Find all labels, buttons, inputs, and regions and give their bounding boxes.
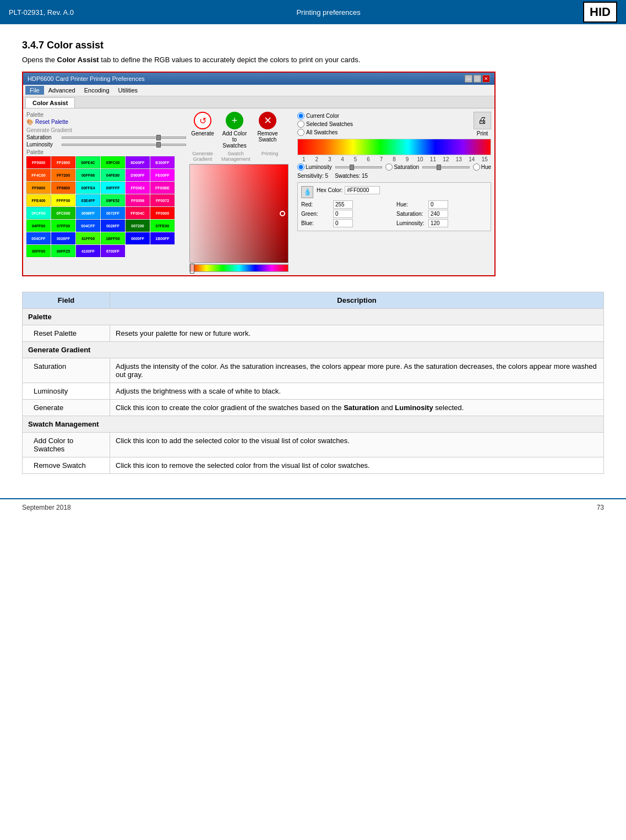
saturation-mode-radio[interactable]: Saturation [385, 163, 419, 171]
swatch-cell[interactable]: 0FC000 [51, 207, 75, 219]
selected-swatches-radio[interactable]: Selected Swatches [297, 121, 353, 128]
dialog-controls[interactable]: — □ ✕ [465, 75, 490, 83]
swatch-cell[interactable]: FF7200 [51, 169, 75, 181]
tab-color-assist[interactable]: Color Assist [25, 97, 75, 108]
hue-mode-input[interactable] [473, 163, 480, 171]
menu-advanced[interactable]: Advanced [44, 86, 80, 95]
swatch-cell[interactable]: 1B00FF [150, 232, 175, 244]
swatch-cell[interactable]: B300FF [150, 156, 175, 168]
swatch-cell[interactable]: FF6800 [51, 182, 75, 194]
swatch-cell[interactable]: D900FF [126, 169, 150, 181]
print-button[interactable]: 🖨 Print [473, 112, 491, 137]
menu-encoding[interactable]: Encoding [80, 86, 114, 95]
lum-slider[interactable] [335, 166, 383, 168]
hid-logo: HID [583, 2, 617, 23]
red-input[interactable] [333, 200, 353, 209]
all-swatches-input[interactable] [297, 129, 304, 136]
swatch-cell[interactable]: 00FF86 [76, 169, 100, 181]
swatch-cell[interactable]: 03E4FF [76, 194, 100, 206]
swatch-cell[interactable]: 00FE4C [76, 156, 100, 168]
swatch-cell[interactable]: 0098FF [76, 207, 100, 219]
swatch-cell[interactable]: FF0072 [150, 194, 175, 206]
swatch-cell[interactable]: 00FFE4 [76, 182, 100, 194]
swatch-cell[interactable]: 41FF00 [76, 232, 100, 244]
swatch-cell[interactable]: FF004C [126, 207, 150, 219]
swatch-cell[interactable]: 00FF00 [26, 245, 51, 257]
swatch-cell[interactable]: 8D00FF [126, 156, 150, 168]
swatch-cell[interactable]: 0FCF00 [26, 207, 51, 219]
swatch-cell[interactable]: FF00BE [150, 182, 175, 194]
selected-swatches-input[interactable] [297, 121, 304, 128]
swatch-cell[interactable]: 0026FF [101, 220, 125, 232]
swatch-cell[interactable]: FFFF00 [51, 194, 75, 206]
green-input[interactable] [333, 210, 353, 218]
swatch-cell[interactable]: FE00FF [150, 169, 175, 181]
swatch-cell[interactable]: FF2600 [51, 156, 75, 168]
luminosity-slider[interactable] [62, 144, 186, 146]
swatch-cell[interactable]: 07FF00 [51, 220, 75, 232]
swatch-cell[interactable]: 1BFF00 [101, 232, 125, 244]
saturation-val-input[interactable] [428, 210, 448, 218]
generate-button[interactable]: ↺ Generate [189, 112, 216, 137]
hex-input[interactable] [345, 186, 380, 194]
saturation-row: Saturation [26, 134, 186, 140]
hue-bar[interactable] [189, 264, 288, 272]
swatch-cell[interactable]: FF4C00 [26, 169, 51, 181]
swatch-cell[interactable]: 05FC00 [101, 156, 125, 168]
hue-mode-radio[interactable]: Hue [473, 163, 491, 171]
saturation-mode-input[interactable] [385, 163, 393, 171]
eyedropper-icon[interactable]: 💧 [301, 186, 313, 198]
swatch-number: 14 [465, 156, 478, 162]
menu-utilities[interactable]: Utilities [114, 86, 142, 95]
current-color-radio[interactable]: Current Color [297, 112, 353, 119]
maximize-button[interactable]: □ [473, 75, 481, 83]
swatch-cell[interactable]: 007200 [126, 220, 150, 232]
table-row: SaturationAdjusts the intensity of the c… [23, 358, 604, 383]
swatch-cell[interactable]: 6700FF [101, 245, 125, 257]
swatch-cell[interactable]: 004CFF [76, 220, 100, 232]
swatch-cell[interactable]: 00FFFF [101, 182, 125, 194]
swatch-cell[interactable]: 04FE80 [101, 169, 125, 181]
reset-label: Reset Palette [35, 119, 68, 125]
swatch-cell[interactable]: FF0098 [126, 194, 150, 206]
swatch-cell[interactable]: 0026FF [51, 232, 75, 244]
swatch-number: 9 [401, 156, 413, 162]
minimize-button[interactable]: — [465, 75, 472, 83]
hue-input[interactable] [428, 200, 448, 209]
print-icon: 🖨 [473, 112, 491, 129]
reset-palette-button[interactable]: 🎨 Reset Palette [26, 119, 186, 125]
swatch-cell[interactable]: FFE400 [26, 194, 51, 206]
swatch-number: 15 [478, 156, 491, 162]
blue-input[interactable] [333, 219, 353, 227]
swatch-cell[interactable]: 04FF00 [26, 220, 51, 232]
swatch-cell[interactable]: 0072FF [101, 207, 125, 219]
gradient-cursor[interactable] [280, 211, 285, 216]
swatch-number: 10 [413, 156, 426, 162]
all-swatches-radio[interactable]: All Swatches [297, 129, 353, 136]
menu-file[interactable]: File [25, 86, 44, 95]
swatch-cell[interactable]: 07FE00 [150, 220, 175, 232]
saturation-slider[interactable] [62, 137, 186, 139]
swatch-cell[interactable]: 4100FF [76, 245, 100, 257]
luminosity-mode-radio[interactable]: Luminosity [297, 163, 332, 171]
current-color-input[interactable] [297, 112, 304, 119]
swatch-cell[interactable]: FF0000 [150, 207, 175, 219]
sat-slider[interactable] [422, 166, 470, 168]
table-header-row: Field Description [23, 292, 604, 309]
intro-bold: Color Assist [57, 56, 99, 64]
color-gradient-box[interactable] [189, 164, 288, 263]
swatch-cell[interactable]: 09FE52 [101, 194, 125, 206]
swatch-cell[interactable]: FF0000 [26, 156, 51, 168]
luminosity-mode-input[interactable] [297, 163, 304, 171]
swatch-cell[interactable]: 0000FF [126, 232, 150, 244]
hue-thumb[interactable] [190, 264, 194, 274]
swatch-cell[interactable]: FF00E4 [126, 182, 150, 194]
luminosity-val-input[interactable] [428, 219, 448, 227]
swatch-cell[interactable]: FF9800 [26, 182, 51, 194]
close-button[interactable]: ✕ [482, 75, 490, 83]
swatch-cell[interactable]: 004CFF [26, 232, 51, 244]
color-radio-group: Current Color Selected Swatches All Swat… [297, 112, 353, 136]
remove-swatch-button[interactable]: ✕ RemoveSwatch [253, 112, 282, 143]
swatch-cell[interactable]: 00FF25 [51, 245, 75, 257]
add-color-button[interactable]: + Add Colorto Swatches [220, 112, 249, 149]
